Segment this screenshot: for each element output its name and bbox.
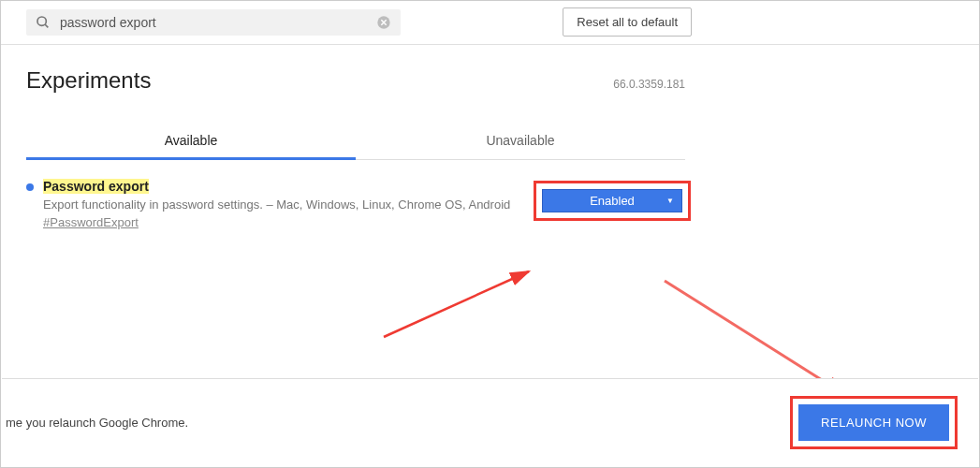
search-input[interactable]	[60, 15, 376, 30]
svg-point-0	[37, 17, 46, 25]
search-icon	[36, 15, 51, 30]
chevron-down-icon: ▼	[666, 197, 674, 205]
flag-title: Password export	[43, 179, 149, 194]
tab-unavailable[interactable]: Unavailable	[356, 122, 685, 159]
bottom-message: me you relaunch Google Chrome.	[6, 416, 188, 430]
top-bar: Reset all to default	[0, 0, 980, 45]
reset-button[interactable]: Reset all to default	[563, 7, 692, 37]
change-indicator-icon	[26, 183, 34, 191]
flag-status-dropdown[interactable]: Enabled ▼	[542, 189, 682, 212]
heading-row: Experiments 66.0.3359.181	[26, 67, 685, 94]
annotation-arrow-icon	[374, 257, 562, 351]
svg-line-1	[45, 24, 48, 27]
page-title: Experiments	[26, 67, 151, 94]
version-label: 66.0.3359.181	[613, 78, 685, 91]
relaunch-button[interactable]: RELAUNCH NOW	[798, 404, 949, 441]
flag-hash-link[interactable]: #PasswordExport	[43, 215, 139, 229]
flag-item: Password export Export functionality in …	[26, 160, 685, 239]
tabs: Available Unavailable	[26, 122, 685, 160]
bottom-bar: me you relaunch Google Chrome. RELAUNCH …	[2, 378, 978, 466]
flag-status-label: Enabled	[590, 194, 635, 208]
relaunch-highlight-box: RELAUNCH NOW	[790, 396, 958, 449]
svg-line-3	[384, 271, 529, 337]
search-field[interactable]	[26, 9, 401, 36]
tab-available[interactable]: Available	[26, 122, 356, 159]
dropdown-highlight-box: Enabled ▼	[534, 181, 691, 221]
content-area: Experiments 66.0.3359.181 Available Unav…	[0, 45, 711, 239]
clear-icon[interactable]	[376, 15, 391, 30]
